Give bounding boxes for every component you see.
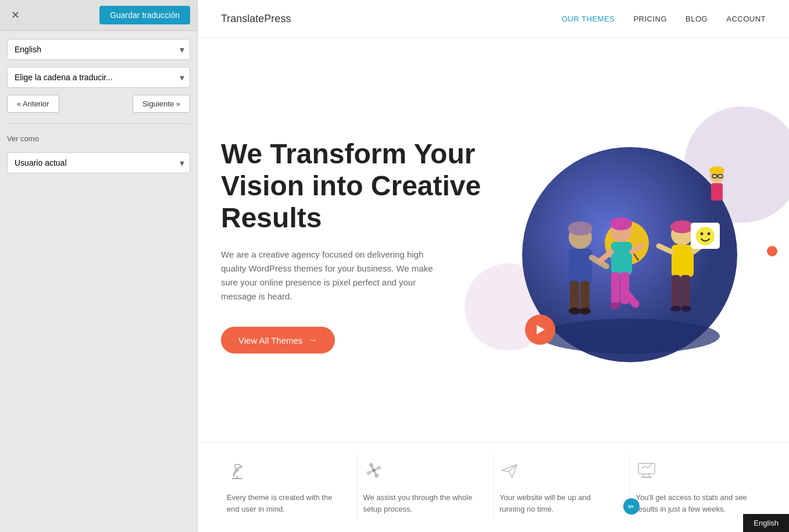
- hero-description: We are a creative agency focused on deli…: [221, 248, 442, 304]
- view-all-label: View All Themes: [238, 335, 302, 345]
- feature-item-1: Every theme is created with the end user…: [221, 454, 358, 520]
- plant-icon: [227, 460, 345, 485]
- svg-point-36: [700, 232, 703, 235]
- sidebar-header: ✕ Guardar traducción: [0, 0, 197, 31]
- svg-point-39: [709, 166, 724, 174]
- svg-point-3: [568, 222, 592, 235]
- ver-como-label: Ver como: [7, 134, 190, 143]
- feature-item-4: You'll get access to stats and see resul…: [630, 454, 766, 520]
- hero-title: We Transform Your Vision into Creative R…: [221, 138, 494, 234]
- next-button[interactable]: Siguiente »: [133, 95, 190, 113]
- arrow-icon: →: [308, 335, 317, 345]
- main-content: TranslatePress OUR THEMES PRICING BLOG A…: [198, 0, 789, 532]
- play-button[interactable]: [525, 315, 555, 345]
- svg-rect-19: [611, 272, 620, 304]
- svg-point-45: [372, 469, 376, 472]
- svg-point-37: [707, 232, 710, 235]
- svg-point-8: [579, 308, 591, 315]
- divider: [7, 123, 190, 124]
- language-select[interactable]: English Spanish French German: [7, 39, 190, 60]
- language-label: English: [754, 519, 779, 527]
- feature-item-2: We assist you through the whole setup pr…: [358, 454, 494, 520]
- svg-point-35: [696, 227, 715, 245]
- svg-rect-40: [711, 183, 723, 201]
- nav-blog[interactable]: BLOG: [686, 15, 708, 23]
- feature-item-3: Your website will be up and running no t…: [494, 454, 630, 520]
- language-bar: English: [743, 514, 789, 532]
- nav-account[interactable]: ACCOUNT: [726, 15, 766, 23]
- svg-rect-27: [672, 245, 694, 277]
- save-translation-button[interactable]: Guardar traducción: [99, 6, 190, 24]
- nav-our-themes[interactable]: OUR THEMES: [562, 15, 615, 23]
- language-select-wrap: English Spanish French German: [7, 39, 190, 60]
- svg-point-30: [670, 306, 681, 312]
- feature-text-3: Your website will be up and running no t…: [499, 492, 618, 515]
- svg-rect-6: [580, 281, 590, 310]
- string-select[interactable]: Elige la cadena a traducir...: [7, 67, 190, 88]
- svg-point-17: [610, 217, 632, 230]
- feature-text-4: You'll get access to stats and see resul…: [636, 492, 755, 515]
- prev-button[interactable]: « Anterior: [7, 95, 59, 113]
- edit-badge[interactable]: ✏: [623, 498, 640, 515]
- monitor-icon: [636, 460, 755, 485]
- svg-rect-18: [611, 242, 632, 274]
- svg-point-1: [540, 319, 720, 354]
- nav-links: OUR THEMES PRICING BLOG ACCOUNT: [562, 15, 766, 23]
- svg-point-21: [610, 302, 620, 309]
- role-select-wrap: Usuario actual Administrator Editor Subs…: [7, 152, 190, 173]
- view-all-themes-button[interactable]: View All Themes →: [221, 327, 335, 354]
- svg-rect-4: [569, 249, 592, 284]
- brand-logo: TranslatePress: [221, 13, 291, 25]
- navbar: TranslatePress OUR THEMES PRICING BLOG A…: [198, 0, 789, 38]
- nav-pricing[interactable]: PRICING: [633, 15, 667, 23]
- string-select-wrap: Elige la cadena a traducir...: [7, 67, 190, 88]
- svg-rect-28: [672, 275, 680, 307]
- role-select[interactable]: Usuario actual Administrator Editor Subs…: [7, 152, 190, 173]
- svg-rect-47: [638, 463, 655, 474]
- svg-rect-5: [570, 281, 579, 310]
- play-icon: [537, 325, 545, 334]
- feature-text-1: Every theme is created with the end user…: [227, 492, 345, 515]
- paper-plane-icon: [499, 460, 618, 485]
- features-row: Every theme is created with the end user…: [198, 442, 789, 532]
- pinwheel-icon: [363, 460, 482, 485]
- close-button[interactable]: ✕: [7, 7, 23, 23]
- svg-rect-29: [681, 275, 690, 307]
- sidebar-body: English Spanish French German Elige la c…: [0, 31, 197, 181]
- hero-section: We Transform Your Vision into Creative R…: [198, 38, 789, 442]
- orange-dot: [767, 246, 777, 256]
- hero-illustration: [494, 118, 766, 374]
- svg-point-26: [670, 220, 694, 233]
- illustration-container: [513, 130, 746, 362]
- nav-buttons: « Anterior Siguiente »: [7, 95, 190, 113]
- sidebar: ✕ Guardar traducción English Spanish Fre…: [0, 0, 198, 532]
- svg-point-31: [681, 306, 691, 312]
- svg-point-7: [569, 308, 580, 315]
- hero-text: We Transform Your Vision into Creative R…: [221, 138, 494, 354]
- feature-text-2: We assist you through the whole setup pr…: [363, 492, 482, 515]
